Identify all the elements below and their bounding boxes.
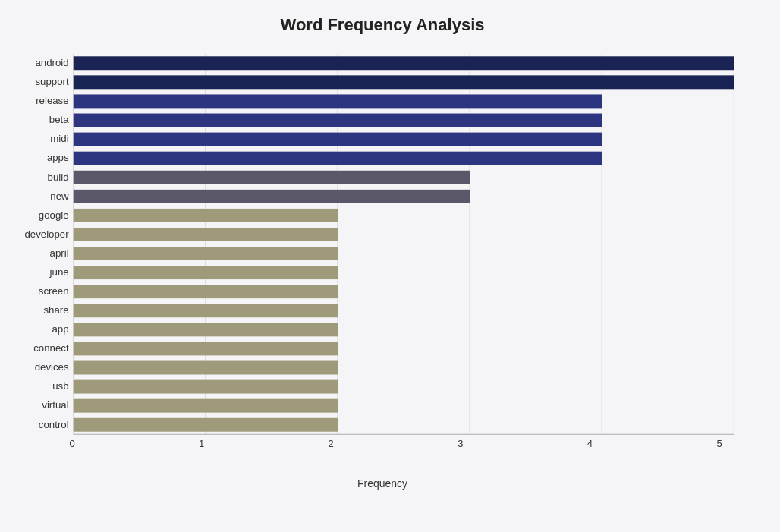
bar-june: [74, 266, 338, 279]
y-label-beta: beta: [49, 115, 70, 125]
y-label-connect: connect: [33, 343, 69, 354]
y-label-midi: midi: [50, 134, 68, 144]
x-tick-3: 3: [458, 438, 463, 449]
y-label-devices: devices: [35, 362, 69, 373]
bar-apps: [74, 152, 602, 165]
bar-new: [74, 190, 470, 203]
y-label-release: release: [36, 96, 68, 106]
chart-title: Word Frequency Analysis: [8, 15, 757, 35]
y-label-new: new: [50, 190, 69, 201]
bar-app: [74, 323, 338, 336]
y-label-developer: developer: [24, 228, 69, 239]
x-tick-2: 2: [329, 438, 334, 449]
bar-april: [74, 247, 338, 260]
x-axis-label: Frequency: [8, 477, 757, 490]
bar-release: [74, 94, 602, 108]
bar-screen: [74, 285, 338, 298]
bar-control: [74, 418, 338, 432]
x-tick-5: 5: [716, 438, 722, 449]
y-label-april: april: [50, 247, 69, 258]
x-tick-1: 1: [199, 438, 204, 449]
y-label-screen: screen: [39, 285, 69, 296]
bar-virtual: [74, 399, 338, 413]
y-label-virtual: virtual: [42, 400, 68, 411]
bar-midi: [74, 133, 602, 146]
y-label-control: control: [39, 419, 69, 430]
bar-google: [74, 209, 338, 222]
bar-connect: [74, 342, 338, 355]
x-tick-4: 4: [587, 438, 593, 449]
bar-usb: [74, 380, 338, 394]
bar-support: [74, 75, 734, 89]
y-label-support: support: [35, 77, 69, 87]
y-label-usb: usb: [52, 381, 68, 392]
y-label-share: share: [43, 305, 68, 316]
y-label-app: app: [52, 324, 69, 335]
y-label-android: android: [35, 58, 68, 68]
bar-android: [74, 56, 734, 70]
bar-build: [74, 171, 470, 184]
y-label-june: june: [49, 266, 69, 277]
x-axis: 012345: [72, 438, 719, 461]
bar-developer: [74, 228, 338, 241]
bar-beta: [74, 114, 602, 127]
bar-devices: [74, 361, 338, 375]
y-label-google: google: [39, 209, 69, 220]
y-label-apps: apps: [47, 153, 69, 163]
y-label-build: build: [48, 172, 69, 182]
bar-share: [74, 304, 338, 317]
x-tick-0: 0: [69, 438, 74, 449]
chart-container: Word Frequency Analysis androidsupportre…: [0, 0, 780, 532]
